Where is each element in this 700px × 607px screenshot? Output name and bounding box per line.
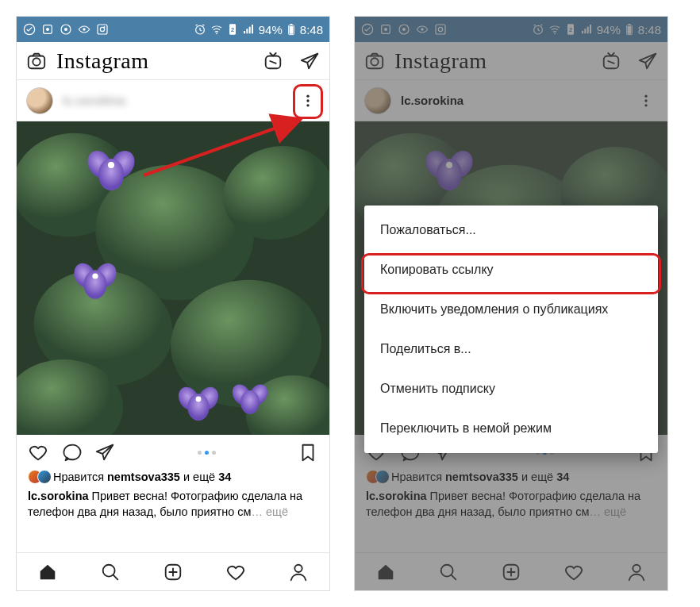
status-right-icons: 2 94% 8:48 xyxy=(194,23,323,36)
nav-home-icon[interactable] xyxy=(37,562,58,582)
nav-profile-icon[interactable] xyxy=(288,562,309,582)
status-icon-box xyxy=(41,23,54,36)
svg-point-18 xyxy=(306,99,309,102)
post-more-button[interactable] xyxy=(296,89,320,113)
menu-item-unfollow[interactable]: Отменить подписку xyxy=(364,369,658,409)
sim-icon: 2 xyxy=(227,23,238,36)
svg-point-2 xyxy=(46,28,49,31)
like-icon[interactable] xyxy=(28,442,48,463)
svg-point-42 xyxy=(240,390,260,414)
svg-point-39 xyxy=(196,397,202,402)
battery-icon xyxy=(287,23,296,36)
svg-point-5 xyxy=(83,28,85,30)
share-icon[interactable] xyxy=(94,442,115,463)
svg-rect-13 xyxy=(289,26,293,34)
battery-text: 94% xyxy=(259,23,283,36)
svg-rect-12 xyxy=(290,24,292,25)
bookmark-icon[interactable] xyxy=(298,442,318,463)
post-username[interactable]: lc.sorokina xyxy=(63,94,287,107)
avatar[interactable] xyxy=(26,87,53,114)
nav-add-icon[interactable] xyxy=(163,562,183,582)
post-options-menu: Пожаловаться... Копировать ссылку Включи… xyxy=(364,206,658,453)
svg-point-4 xyxy=(64,28,67,31)
status-icon-loop xyxy=(96,23,109,36)
svg-point-17 xyxy=(306,94,309,97)
status-icon-eye xyxy=(78,23,90,36)
svg-rect-6 xyxy=(98,25,107,34)
svg-point-45 xyxy=(294,564,302,571)
svg-point-8 xyxy=(216,33,217,34)
status-bar: 2 94% 8:48 xyxy=(17,17,329,42)
screenshot-left: 2 94% 8:48 Instagram lc.sorokina xyxy=(16,16,330,591)
bottom-nav xyxy=(17,552,329,590)
likes-avatars xyxy=(28,470,47,484)
more-vertical-icon xyxy=(300,93,316,109)
status-time: 8:48 xyxy=(300,23,323,36)
wifi-icon xyxy=(210,23,223,36)
signal-icon xyxy=(242,23,255,36)
svg-point-31 xyxy=(108,162,114,168)
camera-icon[interactable] xyxy=(26,51,47,71)
likes-text: Нравится nemtsova335 и ещё 34 xyxy=(53,471,231,483)
status-icon-record xyxy=(60,23,72,36)
svg-point-35 xyxy=(92,273,98,279)
igtv-icon[interactable] xyxy=(263,51,283,71)
nav-search-icon[interactable] xyxy=(100,562,121,582)
menu-item-turn-on-notifications[interactable]: Включить уведомления о публикациях xyxy=(364,290,658,329)
svg-point-15 xyxy=(33,58,40,65)
alarm-icon xyxy=(194,23,206,36)
svg-point-19 xyxy=(306,104,309,106)
status-left-icons xyxy=(23,23,109,36)
app-header: Instagram xyxy=(17,42,329,80)
instagram-logo: Instagram xyxy=(56,48,247,74)
direct-message-icon[interactable] xyxy=(299,51,320,71)
likes-row[interactable]: Нравится nemtsova335 и ещё 34 xyxy=(17,470,329,487)
comment-icon[interactable] xyxy=(61,442,82,463)
post-caption[interactable]: lc.sorokina Привет весна! Фотографию сде… xyxy=(17,487,329,523)
menu-item-share-to[interactable]: Поделиться в... xyxy=(364,329,658,369)
menu-item-report[interactable]: Пожаловаться... xyxy=(364,210,658,250)
post-action-bar xyxy=(17,435,329,470)
nav-activity-icon[interactable] xyxy=(225,562,246,582)
post-header: lc.sorokina xyxy=(17,80,329,121)
status-icon-check xyxy=(23,23,36,36)
post-photo[interactable] xyxy=(17,121,329,435)
carousel-indicator xyxy=(128,451,285,455)
menu-item-mute[interactable]: Переключить в немой режим xyxy=(364,409,658,448)
screenshot-right: 2 94% 8:48 Instagram lc.sorokina xyxy=(354,16,668,591)
svg-text:2: 2 xyxy=(231,26,234,33)
menu-item-copy-link[interactable]: Копировать ссылку xyxy=(364,250,658,290)
